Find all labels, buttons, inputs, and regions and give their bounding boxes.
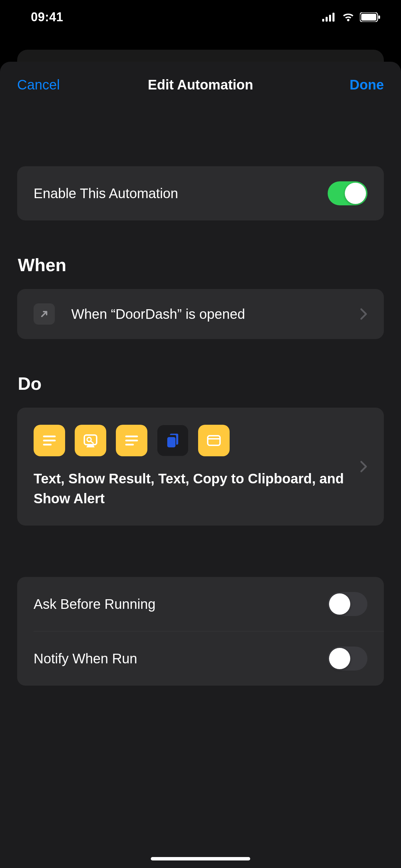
nav-bar: Cancel Edit Automation Done [0, 62, 401, 110]
chevron-right-icon [360, 460, 367, 473]
modal-sheet: Cancel Edit Automation Done Enable This … [0, 62, 401, 868]
do-summary: Text, Show Result, Text, Copy to Clipboa… [34, 469, 353, 508]
cellular-icon [322, 13, 337, 22]
enable-switch[interactable] [328, 181, 367, 205]
svg-rect-0 [322, 19, 324, 22]
when-row[interactable]: When “DoorDash” is opened [17, 289, 384, 339]
notify-label: Notify When Run [34, 651, 328, 666]
status-bar: 09:41 [0, 0, 401, 34]
enable-label: Enable This Automation [34, 186, 328, 201]
do-card[interactable]: Text, Show Result, Text, Copy to Clipboa… [17, 408, 384, 526]
svg-rect-10 [84, 435, 97, 445]
notify-when-run-row: Notify When Run [17, 631, 384, 686]
page-title: Edit Automation [148, 77, 253, 93]
enable-group: Enable This Automation [17, 166, 384, 220]
ask-before-running-row: Ask Before Running [17, 577, 384, 631]
svg-rect-3 [332, 13, 335, 22]
notify-when-run-switch[interactable] [328, 647, 367, 671]
content: Enable This Automation When When “DoorDa… [0, 110, 401, 686]
show-result-icon [75, 425, 106, 456]
text-icon [34, 425, 65, 456]
enable-row: Enable This Automation [17, 166, 384, 220]
svg-rect-16 [167, 437, 175, 447]
battery-icon [360, 12, 380, 22]
ask-label: Ask Before Running [34, 596, 328, 612]
svg-rect-5 [361, 14, 376, 21]
done-button[interactable]: Done [350, 77, 384, 93]
svg-rect-6 [378, 15, 380, 19]
wifi-icon [341, 12, 355, 22]
when-text: When “DoorDash” is opened [71, 306, 360, 322]
svg-line-12 [91, 441, 93, 443]
text-icon [116, 425, 147, 456]
do-header: Do [18, 373, 384, 394]
chevron-right-icon [360, 308, 367, 320]
svg-rect-1 [326, 17, 328, 22]
ask-before-running-switch[interactable] [328, 592, 367, 616]
when-header: When [18, 255, 384, 275]
status-icons [322, 12, 380, 22]
options-group: Ask Before Running Notify When Run [17, 577, 384, 686]
status-time: 09:41 [31, 10, 63, 24]
show-alert-icon [198, 425, 230, 456]
do-action-icons [34, 425, 353, 456]
cancel-button[interactable]: Cancel [17, 77, 60, 93]
copy-clipboard-icon [157, 425, 189, 456]
svg-rect-17 [208, 436, 220, 445]
svg-rect-2 [329, 15, 331, 22]
app-open-icon [34, 303, 55, 325]
home-indicator[interactable] [151, 857, 250, 860]
